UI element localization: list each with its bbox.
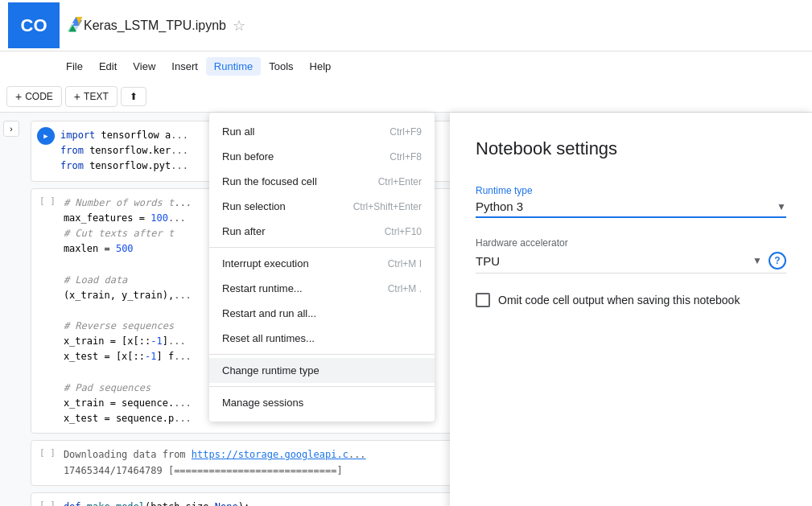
manage-sessions-label: Manage sessions [222, 397, 303, 409]
omit-output-label: Omit code cell output when saving this n… [498, 294, 740, 306]
menu-reset-all[interactable]: Reset all runtimes... [209, 326, 435, 351]
menu-change-runtime-type[interactable]: Change runtime type [209, 358, 435, 383]
menu-restart-run-all[interactable]: Restart and run all... [209, 301, 435, 326]
menu-view[interactable]: View [125, 57, 163, 76]
runtime-type-select-wrapper: Python 3 Python 2 ▼ [476, 200, 786, 218]
add-code-button[interactable]: + CODE [6, 86, 62, 107]
top-bar: CO Keras_LSTM_TPU.ipynb ☆ [0, 0, 812, 51]
code-label: CODE [25, 91, 53, 102]
menu-run-all[interactable]: Run all Ctrl+F9 [209, 119, 435, 144]
menu-interrupt[interactable]: Interrupt execution Ctrl+M I [209, 251, 435, 276]
menu-divider-3 [209, 386, 435, 387]
menu-insert[interactable]: Insert [163, 57, 206, 76]
run-before-shortcut: Ctrl+F8 [390, 151, 422, 162]
hardware-accelerator-select[interactable]: None GPU TPU [476, 254, 752, 268]
notebook-settings-dialog: Notebook settings Runtime type Python 3 … [450, 113, 812, 506]
interrupt-shortcut: Ctrl+M I [388, 258, 422, 269]
main-content: › ▶ import tensorflow a... from tensorfl… [0, 113, 812, 506]
upload-icon: ⬆ [130, 91, 138, 102]
plus-icon: + [15, 90, 22, 103]
toolbar: + CODE + TEXT ⬆ [0, 80, 812, 113]
menu-runtime[interactable]: Runtime [206, 57, 261, 76]
menu-divider-2 [209, 354, 435, 355]
reset-all-label: Reset all runtimes... [222, 332, 315, 344]
hardware-accelerator-label: Hardware accelerator [476, 237, 786, 249]
menu-help[interactable]: Help [302, 57, 340, 76]
runtime-type-select[interactable]: Python 3 Python 2 [476, 200, 777, 213]
drive-icon [66, 17, 84, 35]
hardware-accelerator-dropdown-arrow: ▼ [752, 255, 762, 266]
sidebar-arrow-button[interactable]: › [3, 121, 19, 137]
text-label: TEXT [84, 91, 109, 102]
omit-output-checkbox[interactable] [476, 293, 490, 307]
menu-file[interactable]: File [58, 57, 91, 76]
menu-run-before[interactable]: Run before Ctrl+F8 [209, 144, 435, 169]
run-selection-label: Run selection [222, 200, 286, 212]
hardware-accelerator-field: Hardware accelerator None GPU TPU ▼ ? [476, 237, 786, 293]
run-after-label: Run after [222, 225, 265, 237]
add-text-button[interactable]: + TEXT [65, 86, 117, 107]
restart-shortcut: Ctrl+M . [388, 283, 422, 294]
omit-output-row: Omit code cell output when saving this n… [476, 293, 786, 307]
restart-label: Restart runtime... [222, 282, 303, 294]
cell-bracket-2: [ ] [35, 192, 60, 209]
menu-edit[interactable]: Edit [91, 57, 125, 76]
star-icon[interactable]: ☆ [233, 17, 245, 35]
cell-bracket-4: [ ] [35, 496, 60, 506]
menu-bar: File Edit View Insert Runtime Tools Help [0, 51, 812, 80]
runtime-type-field: Runtime type Python 3 Python 2 ▼ [476, 185, 786, 237]
menu-run-selection[interactable]: Run selection Ctrl+Shift+Enter [209, 194, 435, 219]
colab-logo: CO [8, 2, 60, 48]
run-all-shortcut: Ctrl+F9 [390, 126, 422, 138]
run-after-shortcut: Ctrl+F10 [385, 226, 422, 237]
upload-button[interactable]: ⬆ [121, 87, 146, 106]
notebook-title-area: Keras_LSTM_TPU.ipynb ☆ [84, 17, 245, 35]
notebook-filename: Keras_LSTM_TPU.ipynb [84, 19, 226, 33]
menu-tools[interactable]: Tools [261, 57, 301, 76]
cell-bracket-3: [ ] [35, 444, 60, 461]
run-selection-shortcut: Ctrl+Shift+Enter [353, 201, 422, 212]
interrupt-label: Interrupt execution [222, 257, 309, 269]
plus-icon-text: + [74, 90, 80, 103]
runtime-type-label: Runtime type [476, 185, 786, 196]
menu-manage-sessions[interactable]: Manage sessions [209, 390, 435, 415]
menu-restart[interactable]: Restart runtime... Ctrl+M . [209, 276, 435, 301]
runtime-dropdown-menu: Run all Ctrl+F9 Run before Ctrl+F8 Run t… [209, 113, 435, 422]
run-before-label: Run before [222, 150, 274, 162]
dialog-title: Notebook settings [476, 138, 786, 159]
run-icon-1: ▶ [37, 127, 55, 145]
restart-run-all-label: Restart and run all... [222, 307, 316, 319]
runtime-type-dropdown-arrow: ▼ [777, 201, 786, 212]
menu-run-after[interactable]: Run after Ctrl+F10 [209, 219, 435, 244]
sidebar-toggle: › [0, 113, 23, 506]
change-runtime-type-label: Change runtime type [222, 364, 319, 376]
hardware-accelerator-help-icon[interactable]: ? [769, 252, 786, 269]
run-focused-shortcut: Ctrl+Enter [378, 176, 422, 187]
run-all-label: Run all [222, 125, 254, 138]
run-focused-label: Run the focused cell [222, 175, 317, 187]
cell-run-button-1[interactable]: ▶ [35, 125, 57, 147]
menu-divider-1 [209, 247, 435, 248]
menu-run-focused[interactable]: Run the focused cell Ctrl+Enter [209, 169, 435, 194]
hardware-accelerator-wrapper: None GPU TPU ▼ ? [476, 252, 786, 274]
